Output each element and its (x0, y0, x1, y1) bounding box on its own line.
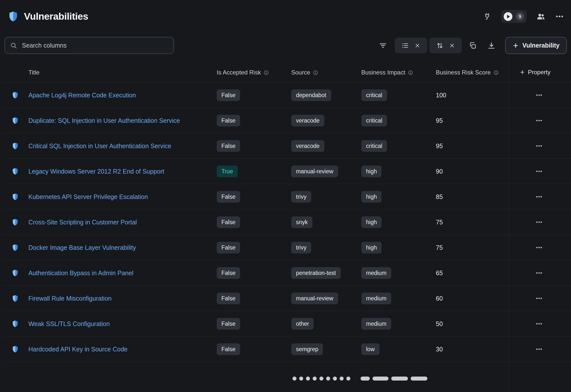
close-icon (449, 43, 455, 49)
source-badge: semgrep (291, 343, 323, 355)
vulnerability-title-link[interactable]: Kubernetes API Server Privilege Escalati… (28, 193, 148, 200)
business-risk-score-value: 95 (436, 142, 443, 150)
table-header-row: Title Is Accepted Risk Source Business I… (0, 54, 571, 82)
business-risk-score-value: 30 (436, 346, 443, 353)
column-header-business-impact[interactable]: Business Impact (361, 69, 413, 76)
vulnerability-title-link[interactable]: Cross-Site Scripting in Customer Portal (28, 219, 137, 226)
add-vulnerability-button[interactable]: Vulnerability (505, 37, 567, 54)
runs-button[interactable]: 9 (501, 10, 527, 23)
skeleton-pill (391, 377, 408, 381)
table-body: Apache Log4j Remote Code Execution False… (0, 82, 571, 362)
accepted-risk-badge: False (217, 267, 240, 279)
accepted-risk-badge: False (217, 89, 240, 101)
business-impact-badge: critical (361, 140, 387, 152)
vulnerability-title-link[interactable]: Docker Image Base Layer Vulnerability (28, 244, 136, 251)
skeleton-dot (326, 377, 330, 381)
vulnerability-title-link[interactable]: Critical SQL Injection in User Authentic… (28, 142, 171, 150)
add-property-button[interactable]: Property (518, 68, 552, 76)
skeleton-dot (319, 377, 323, 381)
business-risk-score-value: 95 (436, 117, 443, 124)
filter-button[interactable] (379, 41, 387, 50)
ellipsis-icon (555, 12, 564, 21)
list-view-button[interactable] (401, 42, 409, 49)
source-cell: veracode (291, 115, 324, 127)
source-cell: trivy (291, 191, 311, 203)
accepted-risk-cell: False (217, 140, 240, 152)
vulnerability-title-link[interactable]: Weak SSL/TLS Configuration (28, 320, 110, 327)
copy-icon (469, 42, 477, 50)
row-actions-button[interactable] (531, 286, 548, 311)
skeleton-dot (346, 377, 350, 381)
business-impact-badge: high (361, 166, 381, 177)
row-actions-button[interactable] (531, 108, 548, 133)
business-impact-badge: high (361, 191, 381, 203)
column-header-is-accepted-risk[interactable]: Is Accepted Risk (217, 69, 269, 76)
column-header-source[interactable]: Source (291, 69, 318, 76)
info-icon[interactable] (493, 70, 499, 75)
download-button[interactable] (487, 41, 496, 50)
vulnerability-title-link[interactable]: Authentication Bypass in Admin Panel (28, 269, 133, 277)
business-risk-score-value: 75 (436, 244, 443, 251)
brand: Vulnerabilities (7, 10, 88, 23)
table-row: Critical SQL Injection in User Authentic… (0, 133, 571, 159)
page-title: Vulnerabilities (24, 11, 88, 22)
row-actions-button[interactable] (531, 311, 548, 336)
vulnerability-title-link[interactable]: Hardcoded API Key in Source Code (28, 346, 127, 353)
clear-view-button[interactable] (414, 43, 420, 49)
shield-icon (11, 167, 19, 175)
skeleton-dot (340, 377, 344, 381)
row-actions-button[interactable] (531, 336, 548, 362)
business-impact-cell: high (361, 242, 381, 254)
users-button[interactable] (537, 12, 545, 21)
accepted-risk-badge: False (217, 115, 240, 127)
more-button[interactable] (555, 12, 564, 21)
ellipsis-icon (535, 91, 543, 99)
vulnerability-title-link[interactable]: Duplicate: SQL Injection in User Authent… (28, 117, 180, 124)
source-badge: manual-review (291, 166, 338, 177)
info-icon[interactable] (264, 70, 269, 75)
ellipsis-icon (535, 117, 543, 124)
info-icon[interactable] (408, 70, 413, 75)
search-icon (10, 42, 17, 49)
vulnerability-title-link[interactable]: Legacy Windows Server 2012 R2 End of Sup… (28, 168, 164, 175)
row-actions-button[interactable] (531, 209, 548, 235)
filter-icon (379, 41, 387, 50)
search-columns-input[interactable] (21, 42, 169, 49)
business-risk-score-value: 90 (436, 168, 443, 175)
clear-sort-button[interactable] (449, 43, 455, 49)
business-impact-cell: medium (361, 293, 391, 304)
source-cell: penetration-test (291, 267, 341, 279)
download-icon (487, 41, 496, 50)
ellipsis-icon (535, 269, 543, 277)
vulnerability-title-link[interactable]: Apache Log4j Remote Code Execution (28, 92, 136, 99)
source-badge: trivy (291, 191, 311, 203)
info-icon[interactable] (313, 70, 318, 75)
accepted-risk-cell: False (217, 293, 240, 304)
row-actions-button[interactable] (531, 184, 548, 209)
table-row: Duplicate: SQL Injection in User Authent… (0, 108, 571, 133)
shield-icon (11, 117, 19, 125)
table-row: Weak SSL/TLS Configuration False other m… (0, 311, 571, 336)
row-actions-button[interactable] (531, 260, 548, 286)
plug-button[interactable] (483, 12, 491, 20)
add-vulnerability-label: Vulnerability (522, 42, 560, 49)
copy-button[interactable] (469, 42, 477, 50)
toolbar-right: Vulnerability (379, 37, 567, 54)
column-header-title[interactable]: Title (28, 69, 39, 76)
row-actions-button[interactable] (531, 235, 548, 260)
shield-icon (11, 244, 19, 252)
business-impact-cell: medium (361, 318, 391, 330)
row-actions-button[interactable] (531, 159, 548, 184)
search-box[interactable] (4, 37, 174, 54)
skeleton-pill (361, 377, 370, 381)
source-cell: manual-review (291, 166, 338, 177)
row-actions-button[interactable] (531, 82, 548, 108)
source-cell: dependabot (291, 89, 331, 101)
row-actions-button[interactable] (531, 133, 548, 159)
business-impact-cell: critical (361, 140, 387, 152)
pagination-skeleton (292, 377, 427, 381)
source-badge: penetration-test (291, 267, 341, 279)
column-header-business-risk-score[interactable]: Business Risk Score (436, 69, 499, 76)
sort-button[interactable] (436, 42, 444, 49)
vulnerability-title-link[interactable]: Firewall Rule Misconfiguration (28, 295, 111, 302)
